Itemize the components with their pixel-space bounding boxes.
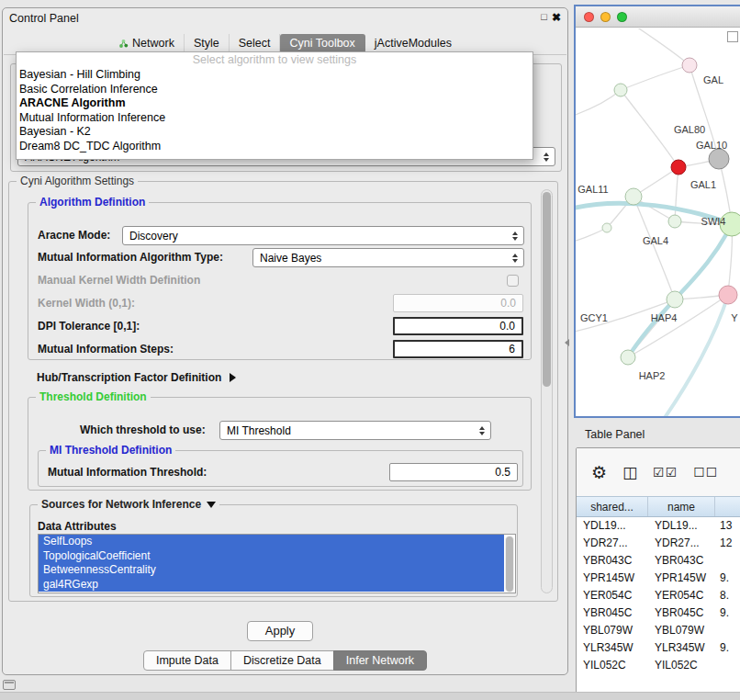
network-node[interactable]: [667, 291, 683, 308]
network-node[interactable]: [682, 58, 697, 73]
table-cell: YER054C: [648, 587, 715, 604]
table-row[interactable]: YDR27...YDR27...12: [577, 535, 740, 552]
kernel-width-field[interactable]: 0.0: [393, 294, 523, 312]
column-header[interactable]: [715, 497, 740, 516]
network-window-titlebar[interactable]: [576, 6, 740, 28]
network-node[interactable]: [621, 350, 635, 365]
splitter-collapse-arrow[interactable]: [565, 339, 569, 346]
settings-scrollbar[interactable]: [541, 189, 553, 593]
mi-type-select[interactable]: Naive Bayes: [252, 248, 524, 267]
column-header[interactable]: name: [648, 497, 715, 516]
combo-value: MI Threshold: [227, 424, 475, 437]
tab-label: Cyni Toolbox: [289, 37, 354, 50]
attribute-item[interactable]: gal4RGexp: [39, 578, 504, 593]
tab-jactivemodules[interactable]: jActiveModules: [365, 34, 461, 53]
combo-value: Discovery: [129, 230, 508, 243]
tab-cyni-toolbox[interactable]: Cyni Toolbox: [280, 34, 364, 53]
table-panel-title: Table Panel: [585, 428, 645, 441]
table-cell: YLR345W: [648, 639, 715, 657]
network-edge[interactable]: [576, 90, 621, 117]
node-label: GCY1: [580, 312, 608, 323]
tab-network[interactable]: Network: [109, 34, 185, 53]
minimize-light[interactable]: [600, 12, 611, 22]
network-edge[interactable]: [633, 197, 675, 299]
tab-label: Select: [239, 37, 271, 50]
table-row[interactable]: YPR145WYPR145W9.: [577, 570, 740, 587]
network-edge[interactable]: [631, 28, 690, 65]
scrollbar-thumb[interactable]: [543, 192, 551, 387]
table-body: YDL19...YDL19...13YDR27...YDR27...12YBR0…: [577, 517, 740, 674]
network-node[interactable]: [719, 286, 737, 304]
float-window-icon[interactable]: □: [541, 11, 547, 22]
table-cell: YDR27...: [648, 535, 715, 552]
select-all-icon[interactable]: ☑☑: [653, 466, 678, 479]
gear-icon[interactable]: ⚙: [591, 464, 607, 481]
network-node[interactable]: [614, 84, 627, 96]
network-node[interactable]: [625, 188, 642, 205]
combo-value: Naive Bayes: [260, 252, 508, 265]
table-cell: 13: [715, 517, 740, 535]
apply-button[interactable]: Apply: [247, 621, 313, 641]
node-label: HAP4: [651, 312, 678, 323]
attribute-item[interactable]: TopologicalCoefficient: [39, 549, 504, 564]
network-edge[interactable]: [576, 228, 607, 243]
attribute-item[interactable]: SelfLoops: [39, 535, 504, 549]
tab-style[interactable]: Style: [185, 34, 230, 53]
algorithm-option[interactable]: ARACNE Algorithm: [17, 96, 533, 111]
columns-icon[interactable]: ◫: [622, 465, 637, 480]
network-graph: GALGAL80GAL10GAL11GAL1SWI4GAL4GCY1HAP4YH…: [576, 28, 740, 418]
sources-group-title[interactable]: Sources for Network Inference: [38, 498, 219, 511]
network-edge[interactable]: [621, 65, 690, 90]
network-edge[interactable]: [621, 90, 678, 167]
network-edge[interactable]: [675, 167, 678, 221]
table-cell: [715, 622, 740, 639]
mi-threshold-field[interactable]: 0.5: [389, 463, 518, 481]
network-node[interactable]: [668, 215, 681, 228]
table-row[interactable]: YLR345WYLR345W9.: [577, 639, 740, 657]
algorithm-option[interactable]: Basic Correlation Inference: [17, 83, 533, 97]
traffic-lights: [584, 12, 627, 22]
close-light[interactable]: [584, 12, 594, 22]
table-row[interactable]: YBL079WYBL079W: [577, 622, 740, 639]
table-row[interactable]: YIL052CYIL052C: [577, 657, 740, 674]
dpi-tolerance-label: DPI Tolerance [0,1]:: [38, 317, 140, 335]
bottom-tab-discretize-data[interactable]: Discretize Data: [230, 650, 334, 671]
network-node[interactable]: [709, 149, 729, 169]
control-panel-titlebar[interactable]: Control Panel □ ✖: [3, 8, 567, 28]
network-node[interactable]: [671, 160, 686, 175]
aracne-mode-select[interactable]: Discovery: [122, 226, 524, 245]
column-header[interactable]: shared...: [577, 497, 648, 516]
network-node[interactable]: [602, 223, 611, 232]
table-row[interactable]: YBR043CYBR043C: [577, 552, 740, 570]
zoom-light[interactable]: [617, 12, 627, 22]
table-row[interactable]: YER054CYER054C8.: [577, 587, 740, 604]
tab-select[interactable]: Select: [230, 34, 281, 53]
scrollbar-thumb[interactable]: [506, 536, 513, 592]
table-cell: YIL052C: [577, 657, 648, 674]
deselect-all-icon[interactable]: ☐☐: [693, 466, 718, 479]
table-cell: YPR145W: [577, 570, 648, 587]
collapse-arrow-icon: [207, 502, 216, 508]
network-canvas[interactable]: GALGAL80GAL10GAL11GAL1SWI4GAL4GCY1HAP4YH…: [576, 28, 740, 416]
dock-panel-icon[interactable]: [3, 680, 16, 690]
kernel-width-label: Kernel Width (0,1):: [38, 294, 135, 312]
hub-definition-expander[interactable]: Hub/Transcription Factor Definition: [37, 368, 236, 387]
node-label: SWI4: [701, 216, 726, 227]
mi-steps-field[interactable]: 6: [393, 340, 523, 358]
algorithm-option[interactable]: Dream8 DC_TDC Algorithm: [17, 140, 533, 154]
scrollbar-corner-box[interactable]: [727, 31, 738, 42]
algorithm-option[interactable]: Bayesian - Hill Climbing: [17, 68, 533, 83]
threshold-definition-group: Threshold Definition Which threshold to …: [28, 397, 532, 491]
table-row[interactable]: YDL19...YDL19...13: [577, 517, 740, 535]
attribute-item[interactable]: BetweennessCentrality: [39, 563, 504, 578]
algorithm-option[interactable]: Bayesian - K2: [17, 125, 533, 140]
manual-kernel-checkbox[interactable]: [507, 275, 519, 287]
threshold-type-select[interactable]: MI Threshold: [219, 421, 491, 440]
close-window-icon[interactable]: ✖: [552, 11, 561, 24]
algorithm-option[interactable]: Mutual Information Inference: [17, 111, 533, 126]
dpi-tolerance-field[interactable]: 0.0: [393, 317, 523, 335]
bottom-tab-infer-network[interactable]: Infer Network: [333, 650, 427, 671]
table-row[interactable]: YBR045CYBR045C9.: [577, 604, 740, 622]
bottom-tab-impute-data[interactable]: Impute Data: [143, 650, 231, 671]
list-scrollbar[interactable]: [505, 536, 514, 593]
